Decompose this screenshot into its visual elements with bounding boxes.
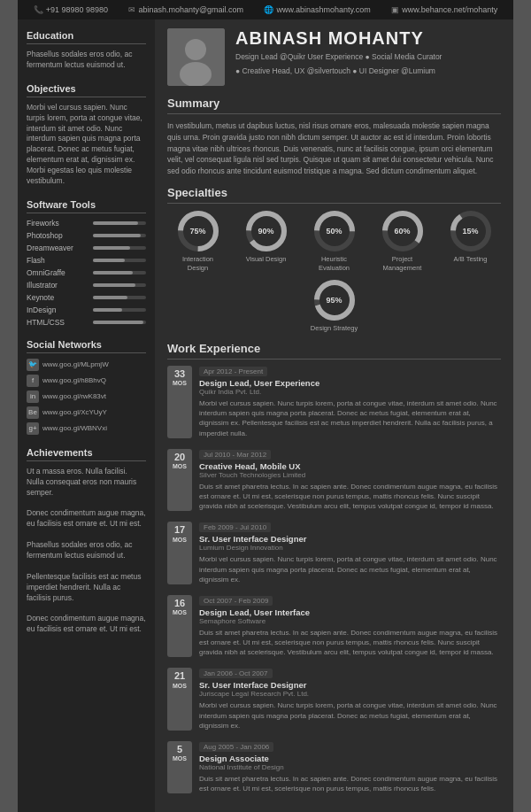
email-icon: ✉	[128, 5, 135, 14]
work-details: Aug 2005 - Jan 2006 Design Associate Nat…	[199, 741, 501, 793]
work-period: Oct 2007 - Feb 2009	[199, 596, 273, 606]
specialty-name: Interaction Design	[172, 255, 225, 273]
work-title: Work Experience	[167, 342, 501, 360]
tool-name: HTML/CSS	[27, 318, 88, 327]
tool-name: Flash	[27, 256, 88, 265]
work-description: Duis sit amet pharetra lectus. In ac sap…	[199, 628, 501, 658]
summary-title: Summary	[167, 97, 501, 114]
badge-number: 33	[170, 368, 189, 380]
profile-title-line2: ● Creative Head, UX @silvertouch ● UI De…	[235, 66, 442, 77]
achievements-text: Ut a massa eros. Nulla facilisi. Nulla c…	[27, 467, 146, 635]
work-badge: 21 MOS	[167, 668, 192, 731]
specialty-item: 90% Visual Design	[240, 210, 293, 273]
achievements-section: Achievements Ut a massa eros. Nulla faci…	[27, 447, 146, 635]
work-badge: 16 MOS	[167, 595, 192, 658]
header-email: ✉ abinash.mohanty@gmail.com	[128, 5, 243, 14]
work-badge: 33 MOS	[167, 366, 192, 438]
specialties-title: Specialties	[167, 186, 501, 204]
tool-bar-bg	[93, 234, 146, 237]
tool-name: InDesign	[27, 305, 88, 314]
work-list: 33 MOS Apr 2012 - Present Design Lead, U…	[167, 366, 501, 793]
donut-label: 50%	[326, 227, 342, 236]
tool-bar-bg	[93, 271, 146, 275]
tool-bar-fill	[93, 308, 122, 312]
work-badge: 17 MOS	[167, 522, 192, 584]
work-details: Oct 2007 - Feb 2009 Design Lead, User In…	[199, 595, 501, 658]
badge-number: 17	[170, 524, 189, 536]
donut-label: 90%	[258, 227, 273, 236]
profile-name: ABINASH MOHANTY	[235, 28, 442, 49]
badge-number: 21	[170, 670, 189, 682]
work-description: Duis sit amet pharetra lectus. In ac sap…	[199, 482, 501, 512]
phone-icon: 📞	[34, 5, 43, 14]
tool-bar-bg	[93, 296, 146, 299]
profile-header: ABINASH MOHANTY Design Lead @Quikr User …	[167, 28, 501, 86]
main-panel: ABINASH MOHANTY Design Lead @Quikr User …	[155, 19, 513, 812]
social-icon: f	[27, 375, 39, 387]
globe-icon: 🌐	[264, 5, 273, 14]
tool-item: Illustrator	[27, 281, 146, 290]
software-tools-section: Software Tools Fireworks Photoshop Dream…	[27, 199, 146, 327]
tool-name: Illustrator	[27, 281, 88, 290]
work-period: Jan 2006 - Oct 2007	[199, 669, 273, 678]
work-item: 5 MOS Aug 2005 - Jan 2006 Design Associa…	[167, 741, 501, 793]
work-role: Sr. User Interface Designer	[199, 534, 501, 544]
achievements-title: Achievements	[27, 447, 146, 461]
tool-name: Dreamweaver	[27, 244, 88, 252]
donut-chart: 60%	[381, 210, 424, 252]
resume-page: 📞 +91 98980 98980 ✉ abinash.mohanty@gmai…	[18, 0, 513, 812]
donut-label: 15%	[462, 227, 478, 236]
social-link: www.goo.gl/XcYUyY	[42, 408, 107, 416]
specialty-item: 15% A/B Testing	[444, 210, 497, 273]
software-title: Software Tools	[27, 199, 146, 213]
social-icon: in	[27, 391, 39, 403]
badge-unit: MOS	[173, 609, 187, 615]
tool-bar-bg	[93, 221, 146, 225]
social-icon: g+	[27, 422, 39, 435]
work-period: Aug 2005 - Jan 2006	[199, 742, 273, 752]
specialty-name: Design Strategy	[311, 324, 358, 333]
specialty-item: 95% Design Strategy	[308, 279, 361, 333]
work-company: Silver Touch Technologies Limited	[199, 471, 501, 479]
svg-point-2	[180, 62, 212, 86]
specialty-item: 60% Project Management	[376, 210, 429, 273]
work-item: 20 MOS Jul 2010 - Mar 2012 Creative Head…	[167, 449, 501, 512]
social-link: www.goo.gl/MLpmjW	[42, 360, 109, 368]
work-badge: 20 MOS	[167, 449, 192, 512]
work-details: Apr 2012 - Present Design Lead, User Exp…	[199, 366, 501, 438]
work-period: Feb 2009 - Jul 2010	[199, 522, 271, 532]
socials-list: 🐦 www.goo.gl/MLpmjW f www.goo.gl/h8BhvQ …	[27, 359, 146, 435]
tool-name: Fireworks	[27, 219, 88, 228]
svg-point-1	[185, 39, 206, 60]
tool-bar-fill	[93, 246, 130, 250]
tool-bar-bg	[93, 321, 146, 324]
social-item: Be www.goo.gl/XcYUyY	[27, 406, 146, 419]
donut-label: 95%	[326, 296, 342, 305]
avatar-image	[167, 28, 225, 86]
profile-info: ABINASH MOHANTY Design Lead @Quikr User …	[235, 28, 442, 77]
tool-item: Fireworks	[27, 219, 146, 228]
specialty-item: 50% Heuristic Evaluation	[308, 210, 361, 273]
work-details: Feb 2009 - Jul 2010 Sr. User Interface D…	[199, 522, 501, 584]
education-text: Phasellus sodales eros odio, ac fermentu…	[27, 50, 146, 71]
tool-bar-bg	[93, 308, 146, 312]
social-item: in www.goo.gl/rwK83vt	[27, 391, 146, 403]
work-role: Design Associate	[199, 754, 501, 763]
sidebar: Education Phasellus sodales eros odio, a…	[18, 19, 155, 812]
donut-label: 60%	[394, 227, 410, 236]
work-description: Morbi vel cursus sapien. Nunc turpis lor…	[199, 398, 501, 438]
tools-list: Fireworks Photoshop Dreamweaver Flash Om…	[27, 219, 146, 327]
badge-unit: MOS	[173, 537, 187, 543]
tool-name: Keynote	[27, 293, 88, 302]
objectives-text: Morbi vel cursus sapien. Nunc turpis lor…	[27, 103, 146, 187]
work-role: Design Lead, User Experience	[199, 378, 501, 388]
work-item: 33 MOS Apr 2012 - Present Design Lead, U…	[167, 366, 501, 438]
header-phone: 📞 +91 98980 98980	[34, 5, 108, 14]
avatar	[167, 28, 225, 86]
tool-bar-fill	[93, 296, 127, 299]
header-bar: 📞 +91 98980 98980 ✉ abinash.mohanty@gmai…	[18, 0, 513, 19]
education-section: Education Phasellus sodales eros odio, a…	[27, 30, 146, 71]
tool-bar-bg	[93, 283, 146, 287]
donut-chart: 95%	[313, 279, 356, 321]
work-description: Morbi vel cursus sapien. Nunc turpis lor…	[199, 700, 501, 731]
